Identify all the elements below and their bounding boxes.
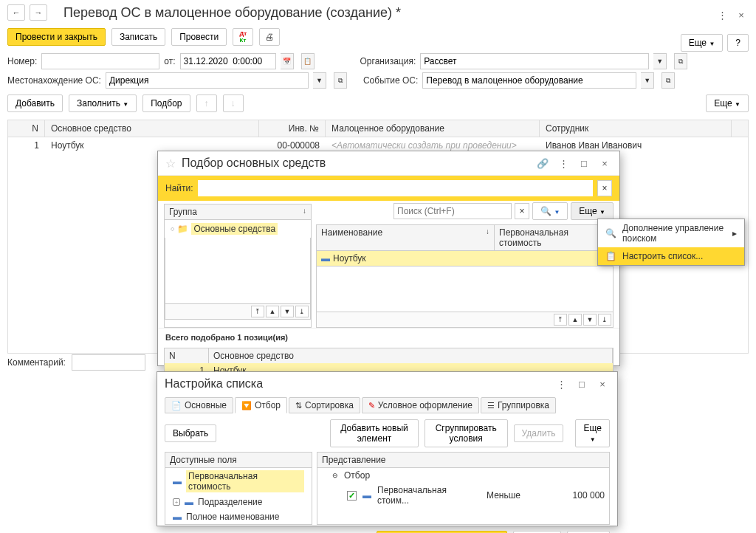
list-scroll-up[interactable]: ▲	[568, 314, 582, 326]
tree-scroll-top[interactable]: ⤒	[251, 306, 264, 317]
page-title: Перевод ОС в малоценное оборудование (со…	[63, 5, 401, 21]
list-scroll-top[interactable]: ⤒	[554, 314, 567, 326]
list-search-clear[interactable]: ×	[515, 203, 529, 219]
avail-fields-label: Доступные поля	[165, 453, 312, 468]
tree-item[interactable]: ○ 📁 Основные средства	[165, 220, 311, 238]
list-settings-icon: 📋	[605, 251, 616, 261]
settings-actions-icon[interactable]: ⋮	[554, 376, 568, 391]
tab-conditional[interactable]: ✎Условное оформление	[362, 397, 479, 413]
tab-grouping[interactable]: ☰Группировка	[481, 397, 556, 413]
search-clear-icon[interactable]: ×	[597, 180, 612, 196]
col-cost[interactable]: Первоначальная стоимость	[495, 225, 613, 251]
org-open-icon[interactable]: ⧉	[674, 53, 687, 69]
picked-col-n[interactable]: N	[165, 348, 209, 363]
link-icon[interactable]: 🔗	[535, 156, 550, 171]
org-dropdown-icon[interactable]: ▼	[653, 53, 667, 69]
list-search-button[interactable]: 🔍 ▼	[532, 202, 568, 220]
filter-condition-row[interactable]: ✓ ▬ Первоначальная стоим... Меньше 100 0…	[317, 483, 609, 508]
list-scroll-bottom[interactable]: ⤓	[598, 314, 611, 326]
org-label: Организация:	[360, 56, 416, 66]
checkbox-icon[interactable]: ✓	[347, 491, 357, 501]
favorite-icon[interactable]: ☆	[165, 157, 176, 171]
summary-text: Всего подобрано 1 позици(ия)	[158, 328, 619, 346]
print-button[interactable]: 🖨	[259, 28, 280, 46]
comment-input[interactable]	[72, 354, 145, 371]
event-input[interactable]	[422, 72, 636, 89]
date-input[interactable]	[180, 53, 276, 69]
forward-button[interactable]: →	[30, 4, 47, 21]
tab-basic[interactable]: 📄Основные	[165, 397, 233, 413]
tab-sort[interactable]: ⇅Сортировка	[289, 397, 360, 413]
picker-close-icon[interactable]: ×	[597, 156, 612, 171]
help-button[interactable]: ?	[727, 34, 749, 52]
list-search-input[interactable]	[394, 203, 512, 219]
picker-title: Подбор основных средств	[182, 157, 529, 170]
location-dropdown-icon[interactable]: ▼	[313, 72, 326, 89]
event-dropdown-icon[interactable]: ▼	[641, 72, 654, 89]
filter-root[interactable]: ⊖Отбор	[317, 468, 609, 483]
avail-field[interactable]: ▬Первоначальная стоимость	[165, 468, 312, 495]
filter-representation-label: Представление	[317, 453, 609, 468]
org-input[interactable]	[420, 53, 649, 69]
move-up-button[interactable]: ↑	[196, 94, 217, 112]
col-name[interactable]: Наименование↓	[317, 225, 495, 251]
tab-filter[interactable]: 🔽Отбор	[235, 397, 287, 413]
picker-modal: ☆ Подбор основных средств 🔗 ⋮ □ × Найти:…	[157, 151, 620, 366]
col-inv[interactable]: Инв. №	[259, 120, 326, 137]
tree-scroll-up[interactable]: ▲	[266, 306, 279, 317]
table-more-button[interactable]: Еще ▼	[706, 94, 749, 112]
post-close-button[interactable]: Провести и закрыть	[7, 28, 106, 46]
settings-toolbar-more-button[interactable]: Еще ▼	[575, 419, 610, 447]
number-input[interactable]	[41, 53, 159, 69]
fill-button[interactable]: Заполнить ▼	[69, 94, 137, 112]
col-sotr[interactable]: Сотрудник	[540, 120, 732, 137]
list-row[interactable]: ▬ Ноутбук	[316, 251, 614, 266]
col-mal[interactable]: Малоценное оборудование	[326, 120, 540, 137]
menu-configure-list[interactable]: 📋 Настроить список...	[598, 247, 744, 265]
location-input[interactable]	[106, 72, 309, 89]
maximize-icon[interactable]: □	[577, 156, 591, 171]
settings-close-icon[interactable]: ×	[595, 376, 610, 391]
col-n[interactable]: N	[8, 120, 45, 137]
post-button[interactable]: Провести	[171, 28, 227, 46]
event-open-icon[interactable]: ⧉	[662, 72, 675, 89]
delete-button[interactable]: Удалить	[514, 424, 564, 442]
tree-scroll-bottom[interactable]: ⤓	[295, 306, 309, 317]
list-more-button[interactable]: Еще ▼	[571, 202, 614, 220]
save-button[interactable]: Записать	[111, 28, 165, 46]
add-button[interactable]: Добавить	[7, 94, 63, 112]
back-button[interactable]: ←	[7, 4, 25, 21]
move-down-button[interactable]: ↓	[223, 94, 244, 112]
location-label: Местонахождение ОС:	[7, 75, 101, 86]
search-icon: 🔍	[605, 228, 616, 238]
calendar-icon[interactable]: 📅	[281, 53, 294, 69]
avail-field[interactable]: +▬Подразделение	[165, 495, 312, 509]
choose-button[interactable]: Выбрать	[165, 424, 216, 442]
group-conditions-button[interactable]: Сгруппировать условия	[425, 419, 508, 447]
select-button[interactable]: Подбор	[142, 94, 190, 112]
search-label: Найти:	[165, 183, 193, 193]
location-open-icon[interactable]: ⧉	[334, 72, 347, 89]
chevron-right-icon: ▸	[732, 228, 737, 238]
menu-search-addon[interactable]: 🔍 Дополнение управление поиском ▸	[598, 219, 744, 247]
number-label: Номер:	[7, 56, 37, 66]
actions-icon[interactable]: ⋮	[715, 7, 729, 22]
close-icon[interactable]: ×	[734, 7, 749, 22]
dtkt-button[interactable]: ДтКт	[233, 28, 253, 46]
more-button[interactable]: Еще ▼	[681, 34, 724, 52]
picker-actions-icon[interactable]: ⋮	[556, 156, 571, 171]
picked-col-os[interactable]: Основное средство	[209, 348, 613, 363]
tree-scroll-down[interactable]: ▼	[281, 306, 294, 317]
settings-maximize-icon[interactable]: □	[574, 376, 589, 391]
list-scroll-down[interactable]: ▼	[583, 314, 597, 326]
col-os[interactable]: Основное средство	[45, 120, 259, 137]
date-extra-button[interactable]: 📋	[301, 53, 315, 69]
from-label: от:	[164, 56, 175, 66]
more-menu: 🔍 Дополнение управление поиском ▸ 📋 Наст…	[597, 219, 745, 266]
search-input[interactable]	[198, 180, 593, 196]
settings-modal: Настройка списка ⋮ □ × 📄Основные 🔽Отбор …	[157, 371, 618, 526]
folder-icon: 📁	[177, 224, 188, 234]
add-element-button[interactable]: Добавить новый элемент	[330, 419, 418, 447]
avail-field[interactable]: ▬Полное наименование	[165, 509, 312, 524]
group-col[interactable]: Группа	[169, 207, 303, 217]
